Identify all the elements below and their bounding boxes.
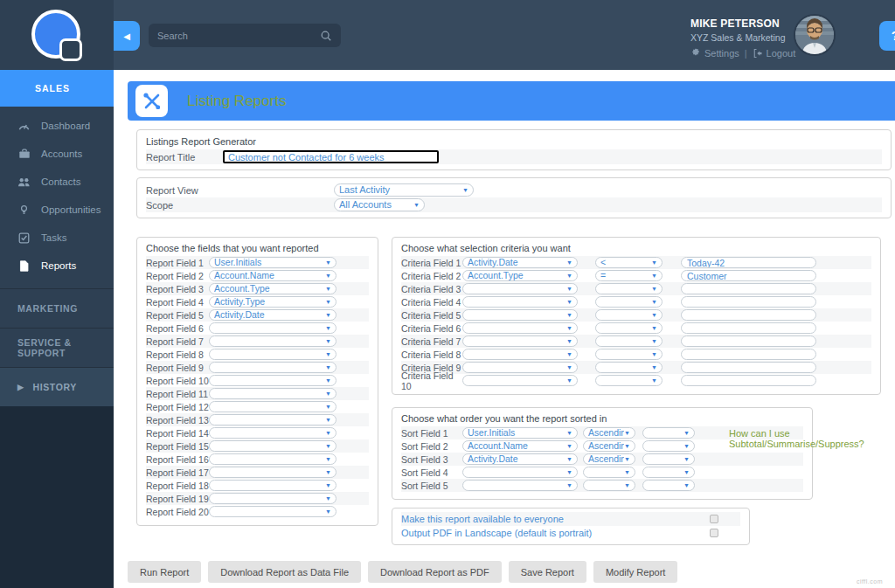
sidebar-item[interactable]: Accounts (0, 140, 114, 168)
sort-field-label: Sort Field 4 (401, 467, 462, 478)
sidebar-section-marketing[interactable]: MARKETING (0, 288, 114, 328)
sidebar-section-service-support[interactable]: SERVICE & SUPPORT (0, 328, 114, 367)
search-icon[interactable] (320, 30, 332, 42)
sidebar-section-sales[interactable]: SALES (0, 70, 114, 107)
criteria-value-input[interactable] (681, 296, 816, 308)
sort-field-select[interactable]: ▼ (462, 467, 578, 478)
criteria-value-input[interactable] (681, 283, 816, 294)
sidebar-section-history[interactable]: ▶ HISTORY (0, 367, 114, 406)
report-field-select[interactable]: ▼ (209, 322, 336, 334)
criteria-operator-select[interactable]: ▼ (595, 362, 663, 373)
report-view-select[interactable]: Last Activity ▼ (334, 183, 474, 197)
scope-select[interactable]: All Accounts ▼ (334, 198, 425, 211)
report-field-select[interactable]: ▼ (209, 493, 336, 504)
criteria-value-input[interactable] (681, 362, 816, 373)
report-title-input[interactable]: Customer not Contacted for 6 weeks (223, 150, 439, 163)
criteria-operator-select[interactable]: < ▼ (595, 257, 663, 268)
search-input[interactable] (157, 31, 320, 41)
sidebar-item[interactable]: Contacts (0, 168, 114, 196)
criteria-field-select[interactable]: ▼ (462, 309, 578, 321)
report-field-select[interactable]: User.Initials ▼ (209, 257, 336, 268)
help-button[interactable]: ? (879, 21, 895, 51)
sidebar-item[interactable]: Reports (0, 252, 114, 280)
criteria-field-select[interactable]: ▼ (462, 283, 578, 294)
criteria-operator-select[interactable]: ▼ (595, 309, 663, 321)
criteria-operator-select[interactable]: ▼ (595, 349, 663, 360)
sidebar-collapse-button[interactable]: ◀ (114, 21, 140, 51)
criteria-value-input[interactable] (681, 309, 816, 321)
report-field-select[interactable]: ▼ (209, 388, 336, 399)
sort-extra-select[interactable]: ▼ (642, 467, 695, 478)
sort-direction-select[interactable]: ▼ (583, 467, 635, 478)
sort-field-select[interactable]: User.Initials ▼ (462, 427, 578, 439)
criteria-field-select[interactable]: ▼ (462, 349, 578, 360)
report-field-select[interactable]: ▼ (209, 362, 336, 373)
criteria-field-select[interactable]: Account.Type ▼ (462, 270, 578, 281)
report-field-select[interactable]: ▼ (209, 349, 336, 360)
sort-field-select[interactable]: Activity.Date ▼ (462, 453, 578, 465)
sidebar-item[interactable]: Opportunities (0, 196, 114, 224)
sort-extra-select[interactable]: ▼ (642, 427, 695, 439)
logout-link[interactable]: Logout (753, 48, 796, 59)
criteria-label: Criteria Field 7 (401, 336, 462, 347)
report-field-select[interactable]: Activity.Type ▼ (209, 296, 336, 308)
criteria-value-input[interactable] (681, 375, 816, 386)
criteria-field-select[interactable]: ▼ (462, 336, 578, 347)
action-button[interactable]: Modify Report (593, 561, 677, 583)
report-field-select[interactable]: Account.Type ▼ (209, 283, 336, 294)
option-label[interactable]: Make this report available to everyone (401, 514, 710, 524)
action-button[interactable]: Download Report as PDF (368, 561, 502, 583)
criteria-value-input[interactable] (681, 322, 816, 334)
option-checkbox[interactable] (710, 515, 718, 523)
criteria-field-select[interactable]: ▼ (462, 322, 578, 334)
criteria-label: Criteria Field 4 (401, 297, 462, 308)
action-button[interactable]: Run Report (128, 561, 201, 583)
criteria-operator-select[interactable]: ▼ (595, 322, 663, 334)
sort-direction-select[interactable]: ▼ (583, 480, 635, 491)
report-field-select[interactable]: ▼ (209, 480, 336, 491)
search-box[interactable] (149, 24, 341, 47)
settings-link[interactable]: Settings (690, 48, 739, 59)
sort-extra-select[interactable]: ▼ (642, 480, 695, 491)
option-checkbox[interactable] (710, 529, 718, 537)
criteria-operator-select[interactable]: ▼ (595, 375, 663, 386)
sort-field-select[interactable]: ▼ (462, 480, 578, 491)
criteria-value-input[interactable] (681, 336, 816, 347)
sort-extra-select[interactable]: ▼ (642, 440, 695, 452)
criteria-operator-select[interactable]: = ▼ (595, 270, 663, 281)
criteria-operator-select[interactable]: ▼ (595, 336, 663, 347)
criteria-field-select[interactable]: ▼ (462, 375, 578, 386)
sidebar-item[interactable]: Dashboard (0, 112, 114, 140)
report-field-select[interactable]: ▼ (209, 336, 336, 347)
sidebar-item[interactable]: Tasks (0, 224, 114, 252)
report-field-select[interactable]: ▼ (209, 506, 336, 517)
sort-direction-select[interactable]: Ascending ▼ (583, 440, 635, 452)
criteria-value-input[interactable]: Today-42 (681, 257, 816, 268)
report-field-select[interactable]: ▼ (209, 375, 336, 386)
sort-direction-select[interactable]: Ascending ▼ (583, 453, 635, 465)
report-field-select[interactable]: ▼ (209, 453, 336, 465)
report-field-select[interactable]: ▼ (209, 467, 336, 478)
report-field-select[interactable]: ▼ (209, 401, 336, 412)
option-label[interactable]: Output PDF in Landscape (default is port… (401, 528, 710, 538)
action-button[interactable]: Download Report as Data File (208, 561, 361, 583)
user-avatar[interactable] (794, 14, 836, 56)
report-field-select[interactable]: Account.Name ▼ (209, 270, 336, 281)
criteria-field-select[interactable]: ▼ (462, 296, 578, 308)
report-field-select[interactable]: ▼ (209, 427, 336, 439)
sort-direction-select[interactable]: Ascending ▼ (583, 427, 635, 439)
subtotal-help-link[interactable]: How can I use Subtotal/Summarise/Suppres… (729, 428, 864, 449)
criteria-operator-select[interactable]: ▼ (595, 296, 663, 308)
report-field-select[interactable]: ▼ (209, 440, 336, 452)
criteria-field-select[interactable]: ▼ (462, 362, 578, 373)
action-button[interactable]: Save Report (509, 561, 586, 583)
report-field-select[interactable]: ▼ (209, 414, 336, 425)
sort-field-select[interactable]: Account.Name ▼ (462, 440, 578, 452)
report-field-select[interactable]: Activity.Date ▼ (209, 309, 336, 321)
app-logo[interactable] (31, 10, 80, 59)
criteria-value-input[interactable] (681, 349, 816, 360)
criteria-value-input[interactable]: Customer (681, 270, 816, 281)
sort-extra-select[interactable]: ▼ (642, 453, 695, 465)
criteria-operator-select[interactable]: ▼ (595, 283, 663, 294)
criteria-field-select[interactable]: Activity.Date ▼ (462, 257, 578, 268)
